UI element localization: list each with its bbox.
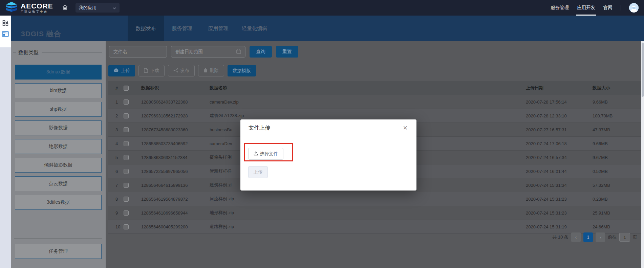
reset-button-label: 重置	[282, 49, 292, 55]
pagination: 共 10 条 ‹ 1 › 前往 1 页	[552, 232, 637, 242]
prev-page-button[interactable]: ‹	[571, 232, 581, 242]
cell-name: cameraDev.zip	[210, 99, 526, 105]
col-header-index: #	[108, 86, 124, 91]
workspace-layout-icon[interactable]	[2, 30, 9, 37]
sidebar-item-3dmax[interactable]: 3dmax数据	[15, 65, 102, 80]
close-icon[interactable]: ✕	[403, 125, 408, 131]
upload-tray-icon	[254, 151, 258, 157]
sidebar-divider	[14, 238, 102, 239]
cell-id: 1286588503735406592	[141, 141, 210, 146]
row-checkbox[interactable]	[124, 113, 129, 118]
row-checkbox[interactable]	[124, 197, 129, 202]
search-button-label: 查询	[256, 49, 265, 55]
portal-topbar-right: 服务管理 应用开发 官网	[551, 0, 639, 16]
table-row[interactable]: 8 1286564619564879872 河流样例.zip 2020-07-2…	[108, 192, 641, 206]
publish-button[interactable]: 发布	[168, 65, 195, 76]
sidebar-item-bim[interactable]: bim数据	[15, 83, 102, 98]
col-header-id: 数据标识	[141, 85, 210, 91]
table-toolbar: 上传 下载 发布	[108, 65, 256, 76]
my-apps-select[interactable]: 我的应用	[76, 3, 120, 13]
modal-upload-button[interactable]: 上传	[248, 166, 268, 178]
tab-label: 服务管理	[172, 25, 192, 32]
row-checkbox[interactable]	[124, 183, 129, 188]
row-checkbox[interactable]	[124, 127, 129, 132]
sidebar-item-terrain[interactable]: 地形数据	[15, 139, 102, 154]
goto-page-input[interactable]: 1	[619, 233, 630, 242]
table-row[interactable]: 10 1286564600405299200 道路样例.zip 2020-07-…	[108, 220, 641, 234]
table-row[interactable]: 1 1288050624033722368 cameraDev.zip 2020…	[108, 95, 641, 109]
home-button[interactable]	[62, 4, 68, 12]
select-all-checkbox[interactable]	[124, 86, 129, 91]
scrollbar-thumb[interactable]	[642, 43, 644, 97]
row-checkbox[interactable]	[124, 210, 129, 216]
cell-id: 1286572255697965056	[141, 169, 210, 174]
cell-date: 2020-07-24 16:01:44	[526, 169, 593, 174]
page-number-label: 1	[587, 234, 589, 240]
sidebar-item-label: 影像数据	[49, 125, 68, 131]
tab-label: 轻量化编辑	[242, 25, 267, 32]
sidebar-item-shp[interactable]: shp数据	[15, 102, 102, 117]
publish-button-label: 发布	[180, 68, 189, 74]
top-link-official-site[interactable]: 官网	[603, 0, 613, 16]
page-number-1[interactable]: 1	[583, 232, 593, 242]
next-page-button[interactable]: ›	[596, 232, 605, 242]
table-row[interactable]: 9 1286564618696658944 地形样例.zip 2020-07-2…	[108, 206, 641, 220]
delete-button-label: 删除	[210, 68, 219, 74]
left-rail-active-section	[0, 16, 11, 47]
goto-page-value: 1	[623, 235, 626, 240]
row-checkbox[interactable]	[124, 155, 129, 160]
cell-id: 1286586306331152384	[141, 155, 210, 160]
data-template-button[interactable]: 数据模版	[228, 65, 256, 76]
download-button-label: 下载	[150, 68, 159, 74]
file-upload-modal: 文件上传 ✕ 选择文件 上传	[240, 119, 416, 191]
file-icon	[144, 68, 148, 74]
cell-size: 24.66MB	[593, 224, 641, 229]
top-link-app-dev[interactable]: 应用开发	[577, 0, 595, 16]
sidebar-item-3dtiles[interactable]: 3dtiles数据	[15, 195, 102, 210]
cell-index: 6	[108, 169, 124, 174]
date-range-input[interactable]: 创建日期范围	[171, 46, 245, 58]
sidebar-item-oblique[interactable]: 倾斜摄影数据	[15, 158, 102, 173]
row-checkbox[interactable]	[124, 224, 129, 229]
delete-button[interactable]: 删除	[198, 65, 224, 76]
cell-index: 3	[108, 127, 124, 132]
sidebar-item-label: 任务管理	[49, 248, 68, 254]
calendar-icon	[236, 49, 241, 55]
app-header: 3DGIS 融合 数据发布 服务管理 应用管理 轻量化编辑	[11, 16, 644, 41]
row-checkbox[interactable]	[124, 99, 129, 105]
top-link-service-mgmt[interactable]: 服务管理	[551, 0, 569, 16]
cell-date: 2020-07-24 15:31:23	[526, 210, 593, 216]
apps-grid-icon[interactable]	[2, 20, 9, 26]
tab-app-mgmt[interactable]: 应用管理	[200, 16, 236, 41]
cell-size: 47.37MB	[593, 127, 641, 132]
reset-button[interactable]: 重置	[276, 46, 298, 58]
tab-data-publish[interactable]: 数据发布	[128, 16, 164, 41]
select-file-button[interactable]: 选择文件	[248, 148, 283, 160]
tab-lightweight-edit[interactable]: 轻量化编辑	[236, 16, 273, 41]
topbar-divider	[621, 5, 621, 10]
modal-title: 文件上传	[249, 125, 270, 132]
row-checkbox[interactable]	[124, 169, 129, 174]
sidebar-item-label: shp数据	[50, 106, 67, 112]
cell-size: 9.67MB	[593, 155, 641, 160]
cell-id: 1288050624033722368	[141, 99, 210, 105]
search-button[interactable]: 查询	[250, 46, 272, 58]
col-header-size: 数据大小	[593, 85, 641, 91]
upload-button[interactable]: 上传	[108, 65, 135, 76]
sidebar-item-label: 地形数据	[49, 143, 68, 150]
sidebar-item-image[interactable]: 影像数据	[15, 120, 102, 135]
filename-input[interactable]: 文件名	[109, 46, 167, 58]
vertical-scrollbar[interactable]	[641, 41, 644, 268]
sidebar-item-label: bim数据	[50, 88, 67, 94]
user-avatar[interactable]	[629, 3, 639, 13]
cell-name: 建筑GLA1238.zip	[210, 113, 526, 119]
top-link-label: 官网	[603, 5, 613, 11]
cell-index: 7	[108, 183, 124, 188]
top-link-label: 应用开发	[577, 5, 595, 11]
sidebar-item-pointcloud[interactable]: 点云数据	[15, 176, 102, 191]
row-checkbox[interactable]	[124, 141, 129, 146]
task-management-button[interactable]: 任务管理	[15, 244, 102, 259]
tab-label: 数据发布	[136, 25, 156, 32]
tab-service-mgmt[interactable]: 服务管理	[164, 16, 200, 41]
download-button[interactable]: 下载	[138, 65, 165, 76]
